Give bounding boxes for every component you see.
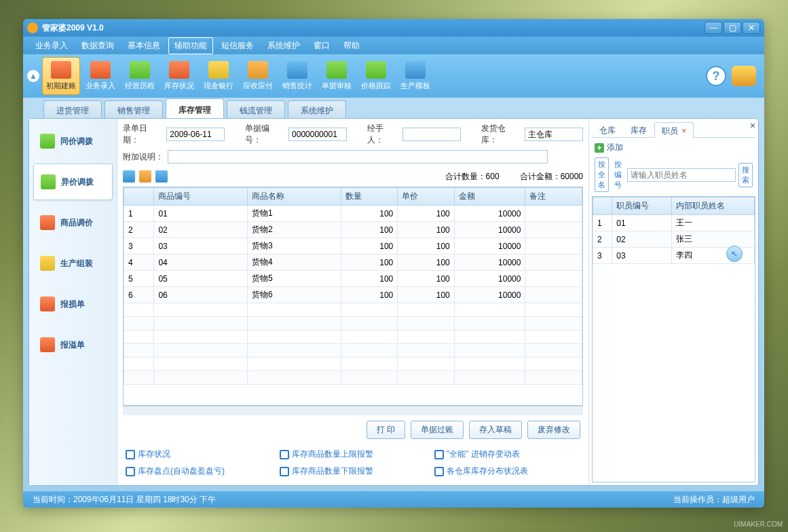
grid-header[interactable]: 单价 xyxy=(398,188,455,206)
tool-label: 单据审核 xyxy=(322,81,352,91)
sidebar-item-2[interactable]: 商品调价 xyxy=(33,204,113,241)
right-tabs: 仓库库存职员 × xyxy=(592,121,755,138)
link-0[interactable]: 库存状况 xyxy=(126,449,271,460)
sidebar-item-1[interactable]: 异价调拨 xyxy=(33,164,113,200)
tool-5[interactable]: 应收应付 xyxy=(239,57,277,95)
tool-icon xyxy=(169,61,189,79)
table-row-empty[interactable] xyxy=(124,344,582,358)
grid-header[interactable]: 商品名称 xyxy=(248,188,341,206)
table-row[interactable]: 606货物610010010000 xyxy=(124,287,582,303)
warehouse-input[interactable] xyxy=(525,128,583,141)
right-tab-0[interactable]: 仓库 xyxy=(592,121,623,137)
sidebar-item-3[interactable]: 生产组装 xyxy=(33,245,113,282)
link-1[interactable]: 库存商品数量上限报警 xyxy=(280,449,426,460)
person-icon[interactable] xyxy=(155,170,168,183)
table-row-empty[interactable] xyxy=(124,330,582,344)
table-row[interactable]: 202张三 xyxy=(593,231,755,248)
side-icon xyxy=(40,215,55,230)
grid-scrollbar[interactable] xyxy=(123,406,583,415)
link-4[interactable]: 库存商品数量下限报警 xyxy=(280,466,426,477)
main-panel: 录单日期： 单据编号： 经手人： 发货仓库： 附加说明： xyxy=(117,119,588,485)
tool-0[interactable]: 初期建账 xyxy=(42,57,80,95)
right-tab-2[interactable]: 职员 × xyxy=(654,122,694,138)
menu-item-3[interactable]: 辅助功能 xyxy=(168,37,213,54)
link-5[interactable]: 各仓库库存分布状况表 xyxy=(434,466,580,477)
table-row[interactable]: 101王一 xyxy=(593,215,755,231)
menu-item-2[interactable]: 基本信息 xyxy=(122,38,166,54)
collapse-toolbar-button[interactable]: ▲ xyxy=(27,70,39,82)
link-3[interactable]: 库存盘点(自动盘盈盘亏) xyxy=(126,466,271,477)
sidebar-item-0[interactable]: 同价调拨 xyxy=(33,123,113,159)
grid-header[interactable]: 数量 xyxy=(341,188,398,206)
handler-input[interactable] xyxy=(402,128,461,141)
menu-item-0[interactable]: 业务录入 xyxy=(30,38,73,54)
link-2[interactable]: "全能" 进销存变动表 xyxy=(434,449,580,460)
close-button[interactable]: ✕ xyxy=(743,22,760,34)
minimize-button[interactable]: — xyxy=(705,22,722,34)
tool-9[interactable]: 生产模板 xyxy=(396,57,434,95)
date-input[interactable] xyxy=(166,128,225,141)
post-button[interactable]: 单据过账 xyxy=(411,421,464,439)
grid-header[interactable]: 金额 xyxy=(454,188,525,206)
menu-item-4[interactable]: 短信服务 xyxy=(216,38,259,54)
search-button[interactable]: 搜索 xyxy=(738,163,753,187)
detail-icon[interactable] xyxy=(139,170,151,183)
bycode-button[interactable]: 按编号 xyxy=(612,158,624,191)
table-row[interactable]: 101货物110010010000 xyxy=(124,206,582,222)
table-row[interactable]: 404货物410010010000 xyxy=(124,254,582,271)
table-row-empty[interactable] xyxy=(124,317,582,330)
sidebar: 同价调拨异价调拨商品调价生产组装报损单报溢单 xyxy=(29,119,117,485)
help-button[interactable]: ? xyxy=(706,66,726,86)
product-grid[interactable]: 商品编号商品名称数量单价金额备注101货物110010010000202货物21… xyxy=(123,187,583,406)
grid-header[interactable]: 备注 xyxy=(525,188,582,206)
grid-header[interactable]: 商品编号 xyxy=(154,188,248,206)
table-row-empty[interactable] xyxy=(124,303,582,317)
tool-label: 初期建账 xyxy=(46,81,76,91)
panel-close-button[interactable]: × xyxy=(750,120,755,131)
byname-button[interactable]: 按全名 xyxy=(595,157,609,192)
tool-4[interactable]: 现金银行 xyxy=(200,57,238,95)
add-button[interactable]: + 添加 xyxy=(592,138,755,157)
sidebar-item-5[interactable]: 报溢单 xyxy=(33,326,113,363)
toolbar: 初期建账业务录入经营历程库存状况现金银行应收应付销售统计单据审核价格跟踪生产模板 xyxy=(42,57,706,95)
grid-header[interactable]: 内部职员姓名 xyxy=(671,197,754,215)
sidebar-item-4[interactable]: 报损单 xyxy=(33,286,113,322)
tool-7[interactable]: 单据审核 xyxy=(318,57,356,95)
tool-1[interactable]: 业务录入 xyxy=(81,57,119,95)
tool-2[interactable]: 经营历程 xyxy=(121,57,159,95)
link-icon xyxy=(126,467,135,476)
main-tab-2[interactable]: 库存管理 xyxy=(166,98,224,119)
table-row-empty[interactable] xyxy=(124,371,582,385)
table-row-empty[interactable] xyxy=(124,358,582,371)
grid-header[interactable] xyxy=(124,188,154,206)
discard-button[interactable]: 废弃修改 xyxy=(527,421,580,439)
tool-6[interactable]: 销售统计 xyxy=(278,57,316,95)
tab-close-icon[interactable]: × xyxy=(679,126,686,136)
tool-3[interactable]: 库存状况 xyxy=(160,57,198,95)
staff-grid[interactable]: 职员编号内部职员姓名101王一202张三303李四 ↖ xyxy=(592,196,755,482)
side-label: 异价调拨 xyxy=(61,176,94,188)
table-row[interactable]: 202货物210010010000 xyxy=(124,222,582,238)
tool-label: 库存状况 xyxy=(164,81,194,91)
doc-input[interactable] xyxy=(288,128,347,141)
tool-8[interactable]: 价格跟踪 xyxy=(357,57,395,95)
titlebar[interactable]: 管家婆2009 V1.0 — ▢ ✕ xyxy=(23,19,764,37)
maximize-button[interactable]: ▢ xyxy=(724,22,741,34)
menu-item-5[interactable]: 系统维护 xyxy=(262,38,305,54)
table-row[interactable]: 303货物310010010000 xyxy=(124,238,582,254)
menu-item-1[interactable]: 数据查询 xyxy=(76,38,119,54)
right-tab-1[interactable]: 库存 xyxy=(623,121,654,137)
add-label: 添加 xyxy=(607,142,623,153)
building-icon[interactable] xyxy=(123,170,135,183)
logo-icon[interactable] xyxy=(732,66,756,86)
table-row[interactable]: 505货物510010010000 xyxy=(124,271,582,287)
menu-item-6[interactable]: 窗口 xyxy=(308,38,335,54)
app-window: 管家婆2009 V1.0 — ▢ ✕ 业务录入数据查询基本信息辅助功能短信服务系… xyxy=(23,19,764,508)
search-input[interactable] xyxy=(627,168,736,182)
note-input[interactable] xyxy=(168,150,548,164)
draft-button[interactable]: 存入草稿 xyxy=(469,421,522,439)
print-button[interactable]: 打 印 xyxy=(367,421,405,439)
grid-header[interactable]: 职员编号 xyxy=(612,197,672,215)
menu-item-7[interactable]: 帮助 xyxy=(338,38,365,54)
grid-header[interactable] xyxy=(593,197,612,215)
